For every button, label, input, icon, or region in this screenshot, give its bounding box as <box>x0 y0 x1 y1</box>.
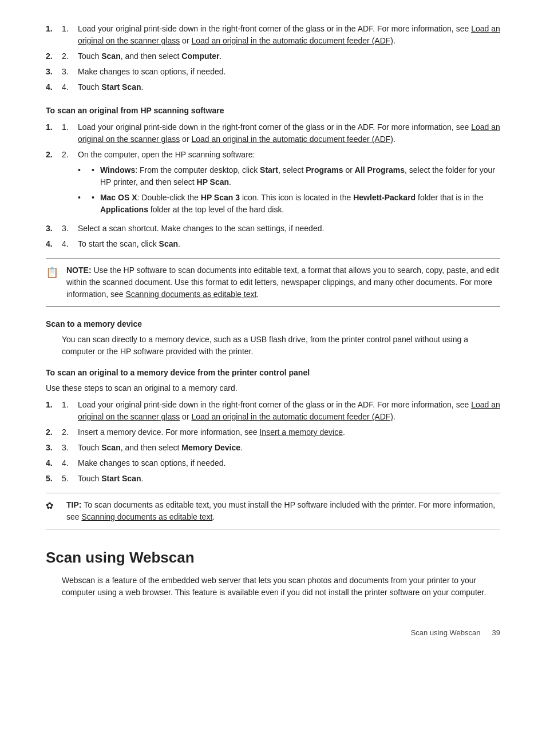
list-item-content: Touch Start Scan. <box>78 81 500 93</box>
bold-scan-3: Scan <box>101 443 120 452</box>
list-item: 3. Select a scan shortcut. Make changes … <box>46 223 500 235</box>
list-item-content: Select a scan shortcut. Make changes to … <box>78 223 500 235</box>
list-item-content: Touch Scan, and then select Computer. <box>78 50 500 62</box>
list-number: 3. <box>62 66 78 78</box>
footer-section-label: Scan using Webscan <box>411 627 481 639</box>
bold-applications: Applications <box>100 205 148 214</box>
bold-start-scan-2: Start Scan <box>101 474 141 483</box>
bold-hp-scan: HP Scan <box>197 177 230 187</box>
footer-page-number: 39 <box>492 627 500 639</box>
list-item-content: Touch Start Scan. <box>78 473 500 485</box>
bold-memory-device: Memory Device <box>181 443 240 452</box>
page-footer: Scan using Webscan 39 <box>46 627 500 639</box>
page-content: 1. Load your original print-side down in… <box>46 23 500 639</box>
list-item-content: To start the scan, click Scan. <box>78 238 500 250</box>
bullet-content: Mac OS X: Double-click the HP Scan 3 ico… <box>100 192 500 216</box>
list-item: 1. Load your original print-side down in… <box>46 121 500 145</box>
bold-mac: Mac OS X <box>100 193 137 202</box>
bold-programs: Programs <box>306 165 343 175</box>
note-box: 📋 NOTE: Use the HP software to scan docu… <box>46 258 500 307</box>
list-number: 1. <box>62 399 78 423</box>
tip-text: TIP: To scan documents as editable text,… <box>66 499 500 523</box>
list-item-content: Touch Scan, and then select Memory Devic… <box>78 442 500 454</box>
link-scanning-editable-1[interactable]: Scanning documents as editable text <box>126 290 257 299</box>
list-number: 5. <box>62 473 78 485</box>
scan-memory-sub-intro: Use these steps to scan an original to a… <box>46 382 500 394</box>
list-number: 1. <box>62 23 78 47</box>
scan-memory-heading: Scan to a memory device <box>46 318 500 330</box>
list-item-content: Load your original print-side down in th… <box>78 23 500 47</box>
link-scanning-editable-2[interactable]: Scanning documents as editable text <box>81 512 212 521</box>
list-item: 2. Touch Scan, and then select Computer. <box>46 50 500 62</box>
list-item-content: Insert a memory device. For more informa… <box>78 426 500 438</box>
scan-to-memory-section: Scan to a memory device You can scan dir… <box>46 318 500 485</box>
bold-start: Start <box>260 165 278 175</box>
list-item: 4. To start the scan, click Scan. <box>46 238 500 250</box>
bold-computer: Computer <box>181 52 219 61</box>
link-load-adf-1[interactable]: Load an original in the automatic docume… <box>191 36 393 45</box>
bold-hewlett-packard: Hewlett-Packard <box>353 193 416 202</box>
list-number: 2. <box>62 149 78 219</box>
list-item-content: Make changes to scan options, if needed. <box>78 66 500 78</box>
webscan-intro: Webscan is a feature of the embedded web… <box>46 575 500 599</box>
list-item: 2. Insert a memory device. For more info… <box>46 426 500 438</box>
bold-windows: Windows <box>100 165 135 175</box>
webscan-heading: Scan using Webscan <box>46 547 500 569</box>
list-number: 1. <box>62 121 78 145</box>
list-number: 2. <box>62 50 78 62</box>
link-insert-memory[interactable]: Insert a memory device <box>259 428 343 437</box>
bold-scan-2: Scan <box>159 239 178 248</box>
list-number: 3. <box>62 442 78 454</box>
tip-label: TIP: <box>66 500 84 509</box>
list-item: 2. On the computer, open the HP scanning… <box>46 149 500 219</box>
bullet-dot: • <box>92 192 94 216</box>
scan-memory-sub-heading: To scan an original to a memory device f… <box>46 367 500 379</box>
bullet-list-software: • Windows: From the computer desktop, cl… <box>78 164 500 216</box>
list-item: 1. Load your original print-side down in… <box>46 399 500 423</box>
list-item: 1. Load your original print-side down in… <box>46 23 500 47</box>
list-item-content: On the computer, open the HP scanning so… <box>78 149 500 219</box>
bullet-dot: • <box>92 164 94 188</box>
bold-scan: Scan <box>101 52 120 61</box>
link-load-adf-2[interactable]: Load an original in the automatic docume… <box>191 134 393 144</box>
list-item: 4. Make changes to scan options, if need… <box>46 457 500 469</box>
list-number: 3. <box>62 223 78 235</box>
bullet-item-windows: • Windows: From the computer desktop, cl… <box>78 164 500 188</box>
bold-all-programs: All Programs <box>355 165 405 175</box>
bullet-content: Windows: From the computer desktop, clic… <box>100 164 500 188</box>
list-number: 4. <box>62 457 78 469</box>
bold-start-scan-1: Start Scan <box>101 82 141 92</box>
list-number: 4. <box>62 238 78 250</box>
note-icon: 📋 <box>46 264 62 280</box>
link-load-adf-3[interactable]: Load an original in the automatic docume… <box>191 412 393 421</box>
list-item: 4. Touch Start Scan. <box>46 81 500 93</box>
list-item-content: Load your original print-side down in th… <box>78 121 500 145</box>
list-item-content: Make changes to scan options, if needed. <box>78 457 500 469</box>
scan-memory-intro: You can scan directly to a memory device… <box>46 334 500 358</box>
section2-heading: To scan an original from HP scanning sof… <box>46 105 500 117</box>
section1-list: 1. Load your original print-side down in… <box>46 23 500 93</box>
list-item: 5. Touch Start Scan. <box>46 473 500 485</box>
section3-list: 1. Load your original print-side down in… <box>46 399 500 485</box>
bullet-item-mac: • Mac OS X: Double-click the HP Scan 3 i… <box>78 192 500 216</box>
note-label: NOTE: <box>66 266 93 275</box>
list-number: 2. <box>62 426 78 438</box>
list-item: 3. Make changes to scan options, if need… <box>46 66 500 78</box>
tip-box: ✿ TIP: To scan documents as editable tex… <box>46 493 500 529</box>
bold-hp-scan-3: HP Scan 3 <box>201 193 240 202</box>
section2-list: 1. Load your original print-side down in… <box>46 121 500 250</box>
list-item-content: Load your original print-side down in th… <box>78 399 500 423</box>
list-item: 3. Touch Scan, and then select Memory De… <box>46 442 500 454</box>
tip-icon: ✿ <box>46 499 62 513</box>
note-text: NOTE: Use the HP software to scan docume… <box>66 264 500 300</box>
list-number: 4. <box>62 81 78 93</box>
